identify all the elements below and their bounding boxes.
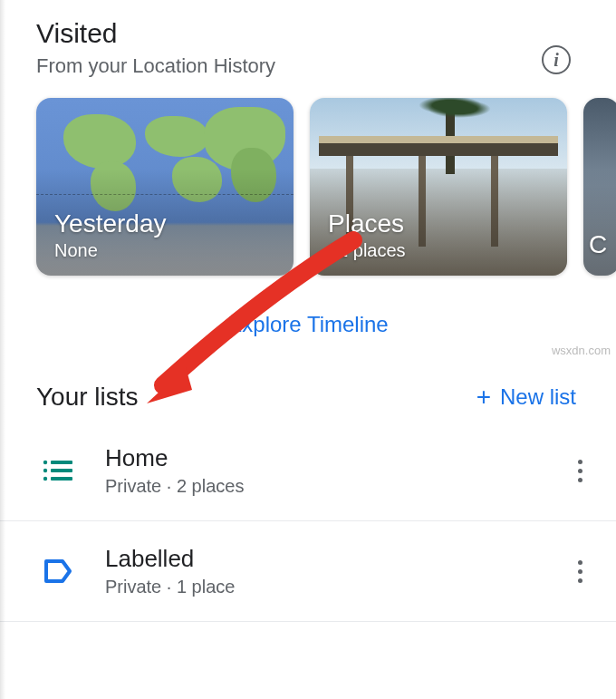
svg-point-2 [43, 469, 47, 472]
card-title: Yesterday [54, 209, 167, 238]
card-label: Yesterday None [54, 209, 167, 261]
list-text: Home Private · 2 places [105, 444, 569, 497]
card-places[interactable]: Places 21 places [310, 98, 567, 276]
watermark: wsxdn.com [552, 343, 611, 356]
card-partial[interactable]: C [583, 98, 616, 276]
svg-rect-5 [51, 477, 72, 481]
visited-subtitle: From your Location History [36, 54, 542, 78]
list-name: Home [105, 444, 569, 472]
card-label: Places 21 places [328, 209, 406, 261]
your-lists-header: Your lists + New list [0, 364, 616, 421]
saved-places-panel: Visited From your Location History i Yes… [0, 0, 616, 699]
kebab-menu-icon[interactable] [569, 555, 591, 588]
card-label: C [589, 230, 607, 261]
new-list-label: New list [500, 384, 576, 410]
info-icon[interactable]: i [542, 45, 571, 74]
explore-timeline-link[interactable]: Explore Timeline [227, 312, 388, 336]
plus-icon: + [476, 384, 491, 410]
list-meta: Private · 2 places [105, 476, 569, 497]
svg-rect-1 [51, 461, 72, 464]
card-title: C [589, 230, 607, 259]
list-item-labelled[interactable]: Labelled Private · 1 place [0, 521, 616, 622]
explore-timeline-row: Explore Timeline [0, 296, 616, 364]
card-subtitle: None [54, 240, 167, 261]
visited-header: Visited From your Location History i [0, 18, 616, 78]
kebab-menu-icon[interactable] [569, 454, 591, 488]
visited-titles: Visited From your Location History [36, 18, 542, 78]
label-flag-icon [36, 556, 80, 587]
list-name: Labelled [105, 545, 569, 573]
list-meta: Private · 1 place [105, 577, 569, 597]
visited-cards-row[interactable]: Yesterday None Places 21 places C [0, 78, 616, 296]
svg-rect-3 [51, 469, 72, 472]
card-yesterday[interactable]: Yesterday None [36, 98, 294, 276]
svg-point-4 [43, 477, 47, 481]
card-title: Places [328, 209, 406, 238]
card-subtitle: 21 places [328, 240, 406, 261]
bulleted-list-icon [36, 458, 80, 483]
your-lists-title: Your lists [36, 383, 139, 412]
visited-title: Visited [36, 18, 542, 49]
list-text: Labelled Private · 1 place [105, 545, 569, 597]
list-item-home[interactable]: Home Private · 2 places [0, 421, 616, 521]
new-list-button[interactable]: + New list [476, 384, 576, 410]
svg-point-0 [43, 461, 47, 464]
